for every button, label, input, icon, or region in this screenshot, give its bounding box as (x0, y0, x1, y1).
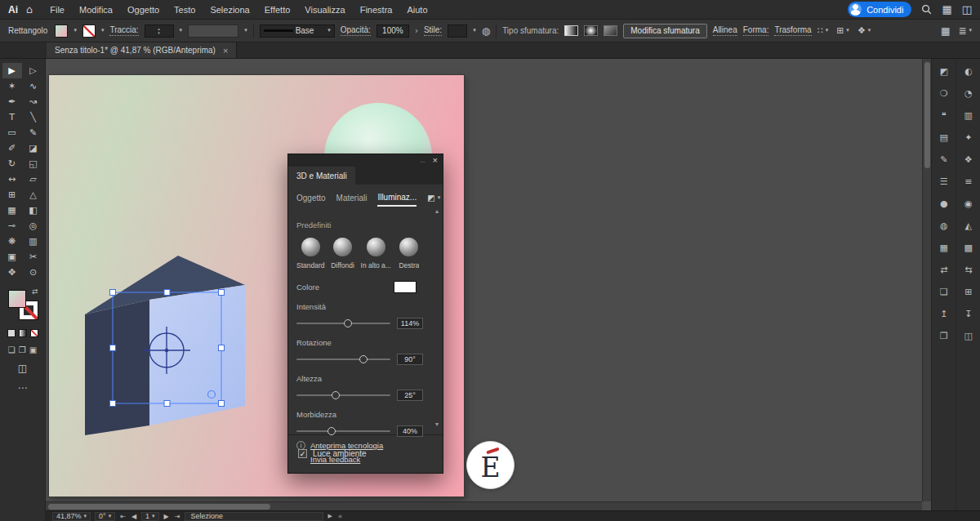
pen-tool[interactable]: ✒ (2, 94, 22, 109)
style-swatch-box[interactable] (448, 24, 467, 38)
tab-oggetto[interactable]: Oggetto (296, 194, 326, 206)
panel-history-icon[interactable]: ⇆ (960, 262, 978, 277)
rotation-control[interactable]: 0° ▾ (95, 512, 115, 521)
opacity-flyout-icon[interactable]: › (415, 26, 418, 35)
distribute-options-icon[interactable]: ∷▾ (817, 25, 829, 36)
next-artboard-icon[interactable]: ▶ (163, 513, 170, 520)
control-grid-icon[interactable]: ▦ (941, 25, 950, 37)
magic-wand-tool[interactable]: ✶ (2, 78, 22, 94)
edit-toolbar-icon[interactable]: ⋯ (18, 382, 28, 394)
curvature-tool[interactable]: ↝ (24, 94, 43, 109)
panel-shape-icon[interactable]: ❍ (935, 86, 953, 100)
style-label[interactable]: Stile: (424, 25, 442, 36)
panel-pathfinder-icon[interactable]: ❖ (960, 152, 978, 167)
width-profile-chevron-icon[interactable]: ▾ (244, 28, 247, 33)
free-transform-tool[interactable]: ▱ (24, 171, 43, 187)
vertical-scroll-thumb[interactable] (924, 62, 930, 168)
stroke-chevron-icon[interactable]: ▾ (101, 28, 105, 33)
panel-graphic-styles-icon[interactable]: ▥ (960, 108, 978, 122)
fill-color-swatch[interactable] (55, 24, 68, 38)
panel-header[interactable]: ‥ × (288, 154, 443, 167)
panel-artboards-icon[interactable]: ❏ (935, 284, 953, 299)
panel-navigator-icon[interactable]: ⊞ (960, 284, 978, 299)
fill-chevron-icon[interactable]: ▾ (74, 28, 77, 33)
stroke-weight-label[interactable]: Traccia: (109, 25, 138, 36)
home-icon[interactable]: ⌂ (26, 3, 33, 16)
slider-knob[interactable] (359, 355, 368, 363)
previous-artboard-icon[interactable]: ◀ (131, 513, 137, 520)
line-segment-tool[interactable]: ╲ (24, 109, 43, 125)
control-panel-menu-icon[interactable]: ≣▾ (958, 25, 972, 37)
panel-stroke-icon[interactable]: ☰ (935, 174, 953, 189)
none-button[interactable] (30, 329, 38, 337)
search-icon[interactable] (921, 4, 932, 15)
panel-title-tab[interactable]: 3D e Materiali (288, 167, 355, 185)
panel-gradient-icon[interactable]: ● (935, 196, 953, 211)
rotate-tool[interactable]: ↻ (2, 156, 22, 171)
light-color-swatch[interactable] (394, 281, 416, 293)
panel-download-icon[interactable]: ↧ (960, 306, 978, 321)
workspace-switcher-icon[interactable]: ▦ (942, 3, 951, 16)
artboard-chevron-icon[interactable]: ▾ (152, 514, 155, 519)
selection-tool[interactable]: ▶ (2, 63, 22, 78)
pathfinder-options-icon[interactable]: ❖▾ (858, 25, 871, 36)
panel-scroll-down-icon[interactable]: ▾ (435, 421, 439, 428)
menu-file[interactable]: File (42, 0, 72, 20)
slider-knob[interactable] (332, 391, 340, 399)
zoom-chevron-icon[interactable]: ▾ (84, 514, 87, 519)
panel-transparency-icon[interactable]: ◍ (935, 218, 953, 233)
eyedropper-tool[interactable]: ⊸ (2, 218, 22, 234)
zoom-control[interactable]: 41,87% ▾ (52, 512, 91, 521)
panel-brushes-icon[interactable]: ✎ (935, 152, 953, 167)
menu-finestra[interactable]: Finestra (353, 0, 400, 20)
brush-chevron-icon[interactable]: ▾ (327, 28, 331, 33)
slider-value[interactable]: 25° (397, 390, 423, 401)
artboard-tool[interactable]: ▣ (2, 249, 22, 265)
last-artboard-icon[interactable]: ⇥ (174, 513, 181, 520)
panel-links-icon[interactable]: ⇄ (935, 262, 953, 277)
opacity-input[interactable]: 100% (376, 24, 409, 38)
draw-behind-mode-icon[interactable]: ❐ (19, 345, 26, 354)
panel-properties-icon[interactable]: ◐ (960, 64, 978, 78)
arrange-documents-icon[interactable]: ◫ (962, 3, 972, 16)
panel-libraries-icon[interactable]: ❐ (935, 328, 953, 343)
rectangle-tool[interactable]: ▭ (2, 125, 22, 140)
menu-visualizza[interactable]: Visualizza (297, 0, 352, 20)
slider-track[interactable] (296, 358, 390, 360)
perspective-grid-tool[interactable]: △ (24, 187, 43, 203)
width-tool[interactable]: ↔ (2, 171, 22, 187)
edit-gradient-button[interactable]: Modifica sfumatura (623, 24, 706, 38)
status-flyout-icon[interactable]: ▶ (327, 513, 332, 519)
slice-tool[interactable]: ✂ (24, 249, 43, 265)
render-settings-icon[interactable]: ◩▾ (427, 194, 440, 206)
panel-pattern-icon[interactable]: ▩ (960, 240, 978, 255)
eraser-tool[interactable]: ◪ (24, 140, 43, 156)
document-tab[interactable]: Senza titolo-1* @ 41,87 % (RGB/Anteprima… (47, 42, 237, 58)
panel-transform-icon[interactable]: ◉ (960, 196, 978, 211)
slider-track[interactable] (296, 323, 390, 324)
menu-effetto[interactable]: Effetto (257, 0, 298, 20)
style-chevron-icon[interactable]: ▾ (473, 28, 476, 33)
transform-label[interactable]: Trasforma (774, 25, 811, 36)
panel-3d-icon[interactable]: ◭ (960, 218, 978, 233)
vertical-scrollbar[interactable] (922, 59, 931, 501)
slider-value[interactable]: 90° (397, 354, 423, 365)
screen-mode-icon[interactable]: ◫ (18, 363, 27, 374)
fill-well[interactable] (8, 290, 26, 308)
ambient-light-checkbox[interactable]: ✓ (298, 449, 307, 458)
slider-value[interactable]: 40% (397, 425, 423, 437)
menu-oggetto[interactable]: Oggetto (120, 0, 167, 20)
panel-scroll-up-icon[interactable]: ▴ (435, 207, 439, 215)
panel-color-icon[interactable]: ◩ (935, 64, 953, 78)
preset-standard[interactable]: Standard (296, 238, 325, 269)
type-tool[interactable]: T (2, 109, 22, 125)
direct-selection-tool[interactable]: ▷ (24, 63, 43, 78)
panel-info-icon[interactable]: ◫ (960, 328, 978, 343)
blend-tool[interactable]: ◎ (24, 218, 43, 234)
panel-swatches-icon[interactable]: ▤ (935, 130, 953, 145)
brush-definition-box[interactable]: Base ▾ (260, 24, 335, 38)
horizontal-scrollbar[interactable] (46, 501, 922, 510)
panel-layers-icon[interactable]: ◔ (960, 86, 978, 100)
panel-symbols-icon[interactable]: ✦ (960, 130, 978, 145)
preset-destra[interactable]: Destra (395, 238, 423, 269)
